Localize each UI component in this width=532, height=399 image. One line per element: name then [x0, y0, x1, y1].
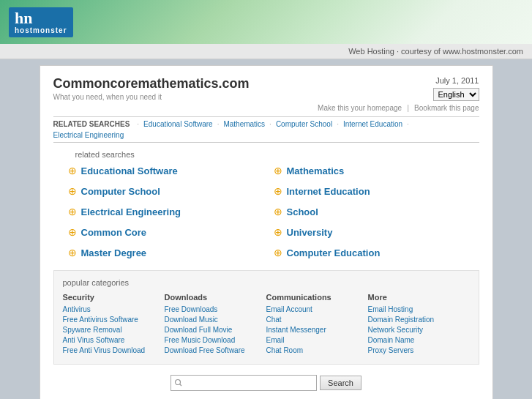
main-wrapper: Commoncoremathematics.com What you need,…: [0, 59, 532, 399]
top-banner: hn hostmonster: [0, 0, 532, 44]
cat-col-downloads: Downloads Free Downloads Download Music …: [165, 293, 266, 357]
arrow-icon: ⊕: [68, 185, 77, 197]
search-links-grid: ⊕ Educational Software ⊕ Computer School…: [68, 165, 465, 258]
arrow-icon: ⊕: [274, 165, 282, 176]
arrow-icon: ⊕: [274, 226, 282, 238]
logo-box[interactable]: hn hostmonster: [9, 7, 73, 37]
search-link-computer-school[interactable]: Computer School: [81, 186, 160, 197]
search-item-left-2: ⊕ Electrical Engineering: [68, 206, 259, 217]
search-link-master-degree[interactable]: Master Degree: [81, 247, 147, 258]
cat-link-download-software[interactable]: Download Free Software: [165, 346, 266, 354]
section-title: related searches: [75, 150, 479, 159]
search-col-right: ⊕ Mathematics ⊕ Internet Education ⊕ Sch…: [274, 165, 465, 258]
cat-header-communications: Communications: [266, 293, 368, 302]
search-bar-area: Search: [53, 375, 479, 391]
cat-link-chat-room[interactable]: Chat Room: [266, 346, 368, 354]
hosting-text: Web Hosting · courtesy of www.hostmonste…: [348, 47, 523, 56]
site-subtitle: What you need, when you need it: [53, 93, 250, 101]
search-item-left-3: ⊕ Common Core: [68, 226, 259, 238]
arrow-icon: ⊕: [68, 226, 77, 238]
cat-link-free-antivirus-dl[interactable]: Free Anti Virus Download: [63, 346, 165, 354]
search-item-left-1: ⊕ Computer School: [68, 185, 259, 197]
search-link-internet-education[interactable]: Internet Education: [287, 186, 370, 197]
categories-grid: Security Antivirus Free Antivirus Softwa…: [63, 293, 470, 357]
cat-link-antivirus-software[interactable]: Anti Virus Software: [63, 336, 165, 344]
related-bar-item-4[interactable]: Electrical Engineering: [53, 131, 124, 139]
cat-link-chat[interactable]: Chat: [266, 316, 368, 324]
search-item-left-0: ⊕ Educational Software: [68, 165, 259, 176]
bookmark-link[interactable]: Bookmark this page: [414, 104, 479, 112]
cat-link-domain-name[interactable]: Domain Name: [368, 336, 470, 344]
cat-link-domain-reg[interactable]: Domain Registration: [368, 316, 470, 324]
cat-link-spyware[interactable]: Spyware Removal: [63, 326, 165, 334]
site-title-row: Commoncoremathematics.com What you need,…: [53, 76, 479, 112]
search-button[interactable]: Search: [320, 376, 361, 390]
related-bar-item-2[interactable]: Computer School: [276, 120, 332, 128]
cat-link-free-downloads[interactable]: Free Downloads: [165, 305, 266, 313]
site-title: Commoncoremathematics.com: [53, 76, 250, 92]
cat-header-more: More: [368, 293, 470, 302]
search-item-right-3: ⊕ University: [274, 226, 465, 238]
cat-link-antivirus[interactable]: Antivirus: [63, 305, 165, 313]
logo-icon: hn: [15, 10, 32, 26]
action-links: Make this your homepage | Bookmark this …: [318, 103, 479, 112]
language-select[interactable]: English: [433, 88, 479, 101]
cat-link-email-account[interactable]: Email Account: [266, 305, 368, 313]
related-bar-item-1[interactable]: Mathematics: [223, 120, 265, 128]
hosting-bar: Web Hosting · courtesy of www.hostmonste…: [0, 44, 532, 59]
search-item-right-0: ⊕ Mathematics: [274, 165, 465, 176]
arrow-icon: ⊕: [274, 206, 282, 217]
date-lang-area: July 1, 2011 English Make this your home…: [318, 76, 479, 112]
related-bar-item-3[interactable]: Internet Education: [343, 120, 402, 128]
search-item-right-4: ⊕ Computer Education: [274, 247, 465, 258]
cat-col-more: More Email Hosting Domain Registration N…: [368, 293, 470, 357]
lang-row: English: [318, 88, 479, 101]
search-input[interactable]: [171, 375, 317, 391]
cat-link-network-security[interactable]: Network Security: [368, 326, 470, 334]
search-item-right-1: ⊕ Internet Education: [274, 185, 465, 197]
cat-link-instant-messenger[interactable]: Instant Messenger: [266, 326, 368, 334]
arrow-icon: ⊕: [68, 165, 77, 176]
arrow-icon: ⊕: [68, 206, 77, 217]
date-display: July 1, 2011: [318, 76, 479, 85]
cat-col-security: Security Antivirus Free Antivirus Softwa…: [63, 293, 165, 357]
search-item-right-2: ⊕ School: [274, 206, 465, 217]
arrow-icon: ⊕: [274, 185, 282, 197]
arrow-icon: ⊕: [274, 247, 282, 258]
cat-header-security: Security: [63, 293, 165, 302]
search-link-school[interactable]: School: [287, 206, 318, 217]
content-box: Commoncoremathematics.com What you need,…: [40, 65, 493, 399]
cat-link-email[interactable]: Email: [266, 336, 368, 344]
search-link-university[interactable]: University: [287, 227, 333, 238]
search-link-electrical-engineering[interactable]: Electrical Engineering: [81, 206, 181, 217]
search-item-left-4: ⊕ Master Degree: [68, 247, 259, 258]
cat-link-proxy[interactable]: Proxy Servers: [368, 346, 470, 354]
cat-col-communications: Communications Email Account Chat Instan…: [266, 293, 368, 357]
arrow-icon: ⊕: [68, 247, 77, 258]
popular-title: popular categories: [63, 278, 470, 287]
cat-header-downloads: Downloads: [165, 293, 266, 302]
cat-link-download-music[interactable]: Download Music: [165, 316, 266, 324]
search-col-left: ⊕ Educational Software ⊕ Computer School…: [68, 165, 259, 258]
cat-link-email-hosting[interactable]: Email Hosting: [368, 305, 470, 313]
make-homepage-link[interactable]: Make this your homepage: [318, 104, 402, 112]
pipe-divider: |: [407, 103, 409, 112]
search-link-mathematics[interactable]: Mathematics: [287, 165, 345, 176]
site-info: Commoncoremathematics.com What you need,…: [53, 76, 250, 101]
logo-text: hostmonster: [15, 26, 67, 34]
cat-link-free-antivirus[interactable]: Free Antivirus Software: [63, 316, 165, 324]
cat-link-free-music-dl[interactable]: Free Music Download: [165, 336, 266, 344]
popular-section: popular categories Security Antivirus Fr…: [53, 270, 479, 365]
search-link-common-core[interactable]: Common Core: [81, 227, 147, 238]
related-searches-content: related searches ⊕ Educational Software …: [53, 150, 479, 258]
related-bar-item-0[interactable]: Educational Software: [143, 120, 213, 128]
search-link-computer-education[interactable]: Computer Education: [287, 247, 381, 258]
cat-link-download-movie[interactable]: Download Full Movie: [165, 326, 266, 334]
related-searches-bar: RELATED SEARCHES · Educational Software …: [53, 116, 479, 143]
search-link-educational-software[interactable]: Educational Software: [81, 165, 178, 176]
related-bar-label: RELATED SEARCHES: [53, 120, 130, 128]
